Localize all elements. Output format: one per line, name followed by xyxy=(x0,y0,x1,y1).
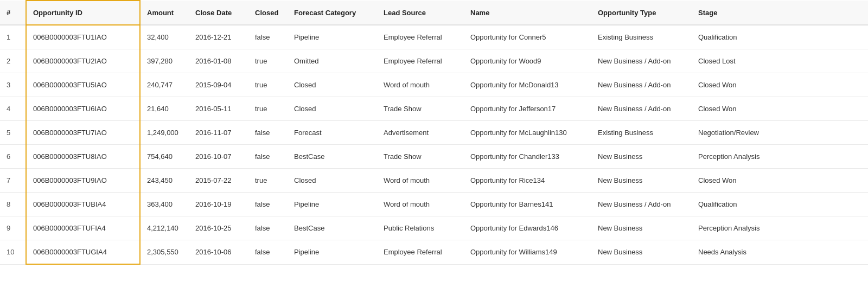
cell-name: Opportunity for Conner5 xyxy=(464,25,591,49)
cell-opportunity_id: 006B0000003FTU6IAO xyxy=(26,97,140,121)
cell-stage: Perception Analysis xyxy=(692,145,868,169)
column-header-num[interactable]: # xyxy=(0,1,26,25)
cell-opportunity_id: 006B0000003FTU1IAO xyxy=(26,25,140,49)
table-header-row: #Opportunity IDAmountClose DateClosedFor… xyxy=(0,1,868,25)
column-header-opportunity_id[interactable]: Opportunity ID xyxy=(26,1,140,25)
cell-amount: 363,400 xyxy=(140,193,189,216)
cell-amount: 21,640 xyxy=(140,97,189,121)
cell-lead_source: Trade Show xyxy=(377,97,464,121)
cell-amount: 32,400 xyxy=(140,25,189,49)
cell-close_date: 2015-07-22 xyxy=(189,169,248,193)
table-row: 9006B0000003FTUFIA44,212,1402016-10-25fa… xyxy=(0,216,868,240)
cell-closed: true xyxy=(248,97,288,121)
cell-num: 8 xyxy=(0,193,26,216)
cell-opportunity_id: 006B0000003FTUFIA4 xyxy=(26,216,140,240)
cell-stage: Needs Analysis xyxy=(692,240,868,265)
cell-num: 1 xyxy=(0,25,26,49)
cell-opportunity_id: 006B0000003FTU7IAO xyxy=(26,121,140,145)
cell-closed: false xyxy=(248,193,288,216)
cell-close_date: 2016-11-07 xyxy=(189,121,248,145)
cell-num: 5 xyxy=(0,121,26,145)
cell-opportunity_type: New Business / Add-on xyxy=(591,49,692,73)
table-body: 1006B0000003FTU1IAO32,4002016-12-21false… xyxy=(0,25,868,264)
cell-stage: Closed Won xyxy=(692,97,868,121)
cell-name: Opportunity for McLaughlin130 xyxy=(464,121,591,145)
cell-forecast_category: Omitted xyxy=(288,49,377,73)
cell-name: Opportunity for Barnes141 xyxy=(464,193,591,216)
cell-stage: Negotiation/Review xyxy=(692,121,868,145)
cell-lead_source: Word of mouth xyxy=(377,169,464,193)
cell-close_date: 2016-10-19 xyxy=(189,193,248,216)
cell-closed: true xyxy=(248,73,288,97)
cell-opportunity_type: Existing Business xyxy=(591,121,692,145)
cell-lead_source: Employee Referral xyxy=(377,25,464,49)
cell-forecast_category: BestCase xyxy=(288,145,377,169)
cell-stage: Closed Lost xyxy=(692,49,868,73)
cell-forecast_category: Closed xyxy=(288,169,377,193)
table-row: 5006B0000003FTU7IAO1,249,0002016-11-07fa… xyxy=(0,121,868,145)
cell-close_date: 2016-01-08 xyxy=(189,49,248,73)
cell-lead_source: Employee Referral xyxy=(377,49,464,73)
cell-closed: false xyxy=(248,121,288,145)
cell-close_date: 2016-10-07 xyxy=(189,145,248,169)
cell-close_date: 2015-09-04 xyxy=(189,73,248,97)
column-header-lead_source[interactable]: Lead Source xyxy=(377,1,464,25)
cell-forecast_category: BestCase xyxy=(288,216,377,240)
column-header-close_date[interactable]: Close Date xyxy=(189,1,248,25)
cell-closed: false xyxy=(248,240,288,265)
table-row: 7006B0000003FTU9IAO243,4502015-07-22true… xyxy=(0,169,868,193)
cell-lead_source: Word of mouth xyxy=(377,73,464,97)
column-header-name[interactable]: Name xyxy=(464,1,591,25)
table-row: 8006B0000003FTUBIA4363,4002016-10-19fals… xyxy=(0,193,868,216)
cell-opportunity_type: New Business xyxy=(591,169,692,193)
cell-forecast_category: Pipeline xyxy=(288,240,377,265)
cell-forecast_category: Pipeline xyxy=(288,193,377,216)
cell-lead_source: Public Relations xyxy=(377,216,464,240)
table-row: 3006B0000003FTU5IAO240,7472015-09-04true… xyxy=(0,73,868,97)
cell-name: Opportunity for Jefferson17 xyxy=(464,97,591,121)
table-row: 6006B0000003FTU8IAO754,6402016-10-07fals… xyxy=(0,145,868,169)
cell-opportunity_type: New Business / Add-on xyxy=(591,73,692,97)
table-row: 10006B0000003FTUGIA42,305,5502016-10-06f… xyxy=(0,240,868,265)
cell-opportunity_id: 006B0000003FTU9IAO xyxy=(26,169,140,193)
cell-close_date: 2016-05-11 xyxy=(189,97,248,121)
cell-name: Opportunity for Williams149 xyxy=(464,240,591,265)
cell-amount: 1,249,000 xyxy=(140,121,189,145)
cell-stage: Qualification xyxy=(692,25,868,49)
cell-closed: false xyxy=(248,145,288,169)
column-header-forecast_category[interactable]: Forecast Category xyxy=(288,1,377,25)
cell-amount: 754,640 xyxy=(140,145,189,169)
cell-name: Opportunity for Edwards146 xyxy=(464,216,591,240)
cell-name: Opportunity for Chandler133 xyxy=(464,145,591,169)
column-header-closed[interactable]: Closed xyxy=(248,1,288,25)
cell-lead_source: Trade Show xyxy=(377,145,464,169)
cell-closed: true xyxy=(248,49,288,73)
cell-stage: Closed Won xyxy=(692,73,868,97)
opportunities-table: #Opportunity IDAmountClose DateClosedFor… xyxy=(0,0,868,265)
cell-name: Opportunity for Rice134 xyxy=(464,169,591,193)
cell-stage: Closed Won xyxy=(692,169,868,193)
cell-stage: Qualification xyxy=(692,193,868,216)
column-header-opportunity_type[interactable]: Opportunity Type xyxy=(591,1,692,25)
cell-num: 2 xyxy=(0,49,26,73)
cell-amount: 4,212,140 xyxy=(140,216,189,240)
column-header-amount[interactable]: Amount xyxy=(140,1,189,25)
cell-num: 7 xyxy=(0,169,26,193)
cell-opportunity_type: New Business xyxy=(591,240,692,265)
table-row: 4006B0000003FTU6IAO21,6402016-05-11trueC… xyxy=(0,97,868,121)
cell-opportunity_type: New Business / Add-on xyxy=(591,193,692,216)
cell-opportunity_id: 006B0000003FTUGIA4 xyxy=(26,240,140,265)
cell-close_date: 2016-10-25 xyxy=(189,216,248,240)
cell-opportunity_id: 006B0000003FTU8IAO xyxy=(26,145,140,169)
cell-forecast_category: Pipeline xyxy=(288,25,377,49)
cell-opportunity_type: New Business xyxy=(591,216,692,240)
table-row: 2006B0000003FTU2IAO397,2802016-01-08true… xyxy=(0,49,868,73)
cell-opportunity_id: 006B0000003FTU2IAO xyxy=(26,49,140,73)
column-header-stage[interactable]: Stage xyxy=(692,1,868,25)
cell-opportunity_type: New Business xyxy=(591,145,692,169)
cell-name: Opportunity for McDonald13 xyxy=(464,73,591,97)
cell-num: 3 xyxy=(0,73,26,97)
cell-opportunity_id: 006B0000003FTU5IAO xyxy=(26,73,140,97)
data-table-container: #Opportunity IDAmountClose DateClosedFor… xyxy=(0,0,868,265)
cell-forecast_category: Closed xyxy=(288,97,377,121)
